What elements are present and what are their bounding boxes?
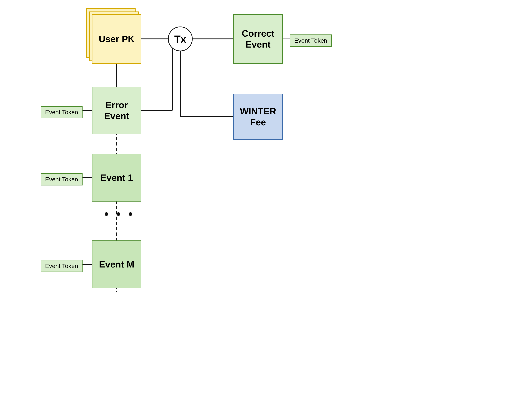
event1-token-label: Event Token — [45, 176, 78, 183]
user-pk-box: User PK — [92, 14, 141, 64]
diagram: User PK Tx CorrectEvent Event Token Erro… — [0, 0, 532, 419]
tx-label: Tx — [174, 33, 186, 45]
error-event-token: Event Token — [41, 106, 83, 118]
tx-circle: Tx — [168, 26, 193, 51]
user-pk-label: User PK — [99, 33, 134, 44]
correct-event-token-label: Event Token — [294, 37, 327, 44]
event-m-label: Event M — [99, 259, 134, 270]
event1-label: Event 1 — [100, 172, 133, 183]
event-m-box: Event M — [92, 240, 141, 288]
event1-box: Event 1 — [92, 154, 141, 202]
winter-fee-label: WINTERFee — [240, 106, 276, 128]
error-event-token-label: Event Token — [45, 109, 78, 116]
event1-token: Event Token — [41, 173, 83, 185]
ellipsis: • • • — [104, 207, 135, 221]
correct-event-token: Event Token — [290, 35, 332, 47]
event-m-token: Event Token — [41, 260, 83, 272]
error-event-label: ErrorEvent — [104, 100, 129, 122]
winter-fee-box: WINTERFee — [233, 94, 283, 140]
ellipsis-text: • • • — [104, 207, 135, 221]
correct-event-box: CorrectEvent — [233, 14, 283, 64]
event-m-token-label: Event Token — [45, 262, 78, 269]
correct-event-label: CorrectEvent — [242, 28, 274, 50]
error-event-box: ErrorEvent — [92, 87, 141, 134]
